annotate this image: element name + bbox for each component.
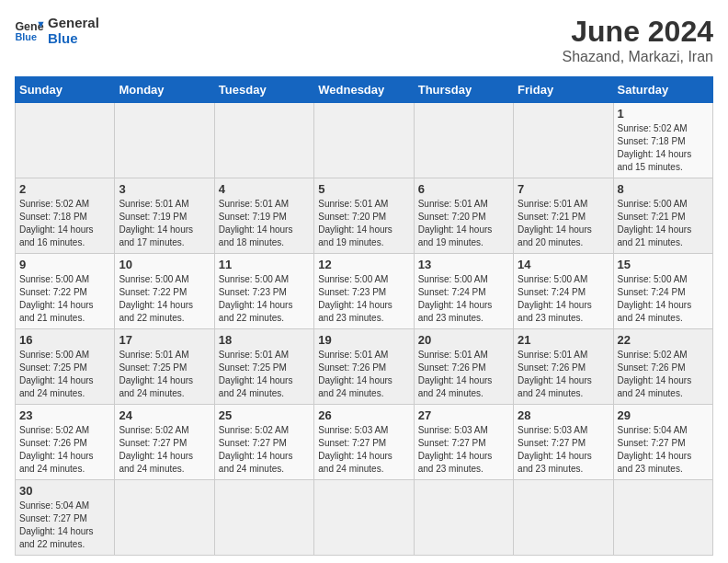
day-number: 19 bbox=[318, 333, 409, 347]
day-info: Sunrise: 5:02 AM Sunset: 7:26 PM Dayligh… bbox=[19, 424, 110, 476]
day-number: 10 bbox=[119, 258, 210, 271]
calendar-cell: 21Sunrise: 5:01 AM Sunset: 7:26 PM Dayli… bbox=[514, 329, 613, 405]
title-area: June 2024 Shazand, Markazi, Iran bbox=[562, 15, 713, 65]
weekday-header: Sunday bbox=[16, 77, 115, 103]
day-number: 11 bbox=[219, 258, 310, 271]
day-number: 6 bbox=[418, 182, 509, 196]
day-info: Sunrise: 5:01 AM Sunset: 7:20 PM Dayligh… bbox=[418, 198, 509, 249]
calendar-cell bbox=[214, 103, 313, 178]
day-number: 14 bbox=[518, 258, 609, 271]
day-number: 2 bbox=[19, 182, 110, 196]
weekday-header: Friday bbox=[514, 77, 613, 103]
calendar-cell bbox=[514, 480, 613, 556]
day-info: Sunrise: 5:00 AM Sunset: 7:23 PM Dayligh… bbox=[219, 273, 310, 325]
calendar-week: 16Sunrise: 5:00 AM Sunset: 7:25 PM Dayli… bbox=[16, 329, 713, 405]
day-number: 25 bbox=[219, 408, 310, 422]
day-number: 23 bbox=[19, 408, 110, 422]
day-number: 20 bbox=[418, 333, 509, 347]
calendar-cell bbox=[214, 480, 313, 556]
calendar-cell: 6Sunrise: 5:01 AM Sunset: 7:20 PM Daylig… bbox=[414, 178, 513, 254]
day-number: 16 bbox=[19, 333, 110, 347]
day-number: 13 bbox=[418, 258, 509, 271]
day-number: 29 bbox=[618, 408, 709, 422]
calendar-cell: 16Sunrise: 5:00 AM Sunset: 7:25 PM Dayli… bbox=[16, 329, 115, 405]
calendar-cell bbox=[16, 103, 115, 178]
day-info: Sunrise: 5:04 AM Sunset: 7:27 PM Dayligh… bbox=[618, 424, 709, 476]
day-info: Sunrise: 5:02 AM Sunset: 7:26 PM Dayligh… bbox=[618, 349, 709, 400]
day-info: Sunrise: 5:00 AM Sunset: 7:25 PM Dayligh… bbox=[19, 349, 110, 400]
svg-text:Blue: Blue bbox=[15, 31, 37, 42]
calendar-title: June 2024 bbox=[562, 15, 713, 49]
day-info: Sunrise: 5:01 AM Sunset: 7:26 PM Dayligh… bbox=[318, 349, 409, 400]
day-info: Sunrise: 5:01 AM Sunset: 7:25 PM Dayligh… bbox=[219, 349, 310, 400]
day-number: 3 bbox=[119, 182, 210, 196]
calendar-cell bbox=[115, 480, 214, 556]
calendar-cell: 4Sunrise: 5:01 AM Sunset: 7:19 PM Daylig… bbox=[214, 178, 313, 254]
calendar-cell bbox=[314, 480, 414, 556]
day-number: 18 bbox=[219, 333, 310, 347]
day-number: 22 bbox=[618, 333, 709, 347]
logo: General Blue General Blue bbox=[15, 15, 99, 46]
day-info: Sunrise: 5:00 AM Sunset: 7:22 PM Dayligh… bbox=[119, 273, 210, 325]
calendar-cell: 12Sunrise: 5:00 AM Sunset: 7:23 PM Dayli… bbox=[314, 254, 414, 329]
day-number: 15 bbox=[618, 258, 709, 271]
day-number: 17 bbox=[119, 333, 210, 347]
calendar-cell: 3Sunrise: 5:01 AM Sunset: 7:19 PM Daylig… bbox=[115, 178, 214, 254]
header: General Blue General Blue June 2024 Shaz… bbox=[15, 15, 713, 65]
day-info: Sunrise: 5:00 AM Sunset: 7:22 PM Dayligh… bbox=[19, 273, 110, 325]
calendar-cell: 8Sunrise: 5:00 AM Sunset: 7:21 PM Daylig… bbox=[613, 178, 712, 254]
calendar-week: 23Sunrise: 5:02 AM Sunset: 7:26 PM Dayli… bbox=[16, 405, 713, 480]
day-info: Sunrise: 5:01 AM Sunset: 7:26 PM Dayligh… bbox=[418, 349, 509, 400]
day-info: Sunrise: 5:01 AM Sunset: 7:25 PM Dayligh… bbox=[119, 349, 210, 400]
calendar-cell bbox=[613, 480, 712, 556]
day-info: Sunrise: 5:04 AM Sunset: 7:27 PM Dayligh… bbox=[19, 500, 110, 551]
calendar-cell: 27Sunrise: 5:03 AM Sunset: 7:27 PM Dayli… bbox=[414, 405, 513, 480]
day-info: Sunrise: 5:00 AM Sunset: 7:24 PM Dayligh… bbox=[518, 273, 609, 325]
day-info: Sunrise: 5:03 AM Sunset: 7:27 PM Dayligh… bbox=[318, 424, 409, 476]
day-number: 1 bbox=[618, 107, 709, 121]
day-info: Sunrise: 5:02 AM Sunset: 7:27 PM Dayligh… bbox=[219, 424, 310, 476]
calendar-table: SundayMondayTuesdayWednesdayThursdayFrid… bbox=[15, 76, 713, 556]
calendar-cell: 25Sunrise: 5:02 AM Sunset: 7:27 PM Dayli… bbox=[214, 405, 313, 480]
calendar-cell: 13Sunrise: 5:00 AM Sunset: 7:24 PM Dayli… bbox=[414, 254, 513, 329]
weekday-header: Thursday bbox=[414, 77, 513, 103]
calendar-cell: 2Sunrise: 5:02 AM Sunset: 7:18 PM Daylig… bbox=[16, 178, 115, 254]
day-info: Sunrise: 5:01 AM Sunset: 7:21 PM Dayligh… bbox=[518, 198, 609, 249]
day-number: 26 bbox=[318, 408, 409, 422]
calendar-cell bbox=[314, 103, 414, 178]
day-number: 27 bbox=[418, 408, 509, 422]
day-info: Sunrise: 5:01 AM Sunset: 7:26 PM Dayligh… bbox=[518, 349, 609, 400]
calendar-week: 2Sunrise: 5:02 AM Sunset: 7:18 PM Daylig… bbox=[16, 178, 713, 254]
day-number: 9 bbox=[19, 258, 110, 271]
day-number: 21 bbox=[518, 333, 609, 347]
calendar-cell: 22Sunrise: 5:02 AM Sunset: 7:26 PM Dayli… bbox=[613, 329, 712, 405]
calendar-cell: 26Sunrise: 5:03 AM Sunset: 7:27 PM Dayli… bbox=[314, 405, 414, 480]
calendar-week: 30Sunrise: 5:04 AM Sunset: 7:27 PM Dayli… bbox=[16, 480, 713, 556]
calendar-cell: 29Sunrise: 5:04 AM Sunset: 7:27 PM Dayli… bbox=[613, 405, 712, 480]
day-number: 4 bbox=[219, 182, 310, 196]
calendar-cell: 10Sunrise: 5:00 AM Sunset: 7:22 PM Dayli… bbox=[115, 254, 214, 329]
calendar-cell: 20Sunrise: 5:01 AM Sunset: 7:26 PM Dayli… bbox=[414, 329, 513, 405]
calendar-week: 1Sunrise: 5:02 AM Sunset: 7:18 PM Daylig… bbox=[16, 103, 713, 178]
weekday-header: Tuesday bbox=[214, 77, 313, 103]
logo-icon: General Blue bbox=[15, 17, 44, 43]
day-number: 8 bbox=[618, 182, 709, 196]
calendar-cell: 7Sunrise: 5:01 AM Sunset: 7:21 PM Daylig… bbox=[514, 178, 613, 254]
day-info: Sunrise: 5:03 AM Sunset: 7:27 PM Dayligh… bbox=[418, 424, 509, 476]
calendar-cell: 14Sunrise: 5:00 AM Sunset: 7:24 PM Dayli… bbox=[514, 254, 613, 329]
calendar-cell bbox=[514, 103, 613, 178]
calendar-cell: 1Sunrise: 5:02 AM Sunset: 7:18 PM Daylig… bbox=[613, 103, 712, 178]
weekday-header: Wednesday bbox=[314, 77, 414, 103]
calendar-cell: 24Sunrise: 5:02 AM Sunset: 7:27 PM Dayli… bbox=[115, 405, 214, 480]
day-number: 24 bbox=[119, 408, 210, 422]
logo-general: General bbox=[48, 15, 99, 30]
calendar-cell bbox=[414, 103, 513, 178]
day-info: Sunrise: 5:01 AM Sunset: 7:19 PM Dayligh… bbox=[219, 198, 310, 249]
calendar-cell: 11Sunrise: 5:00 AM Sunset: 7:23 PM Dayli… bbox=[214, 254, 313, 329]
day-info: Sunrise: 5:01 AM Sunset: 7:19 PM Dayligh… bbox=[119, 198, 210, 249]
calendar-cell bbox=[414, 480, 513, 556]
day-info: Sunrise: 5:01 AM Sunset: 7:20 PM Dayligh… bbox=[318, 198, 409, 249]
day-info: Sunrise: 5:00 AM Sunset: 7:23 PM Dayligh… bbox=[318, 273, 409, 325]
calendar-cell bbox=[115, 103, 214, 178]
day-info: Sunrise: 5:00 AM Sunset: 7:24 PM Dayligh… bbox=[618, 273, 709, 325]
